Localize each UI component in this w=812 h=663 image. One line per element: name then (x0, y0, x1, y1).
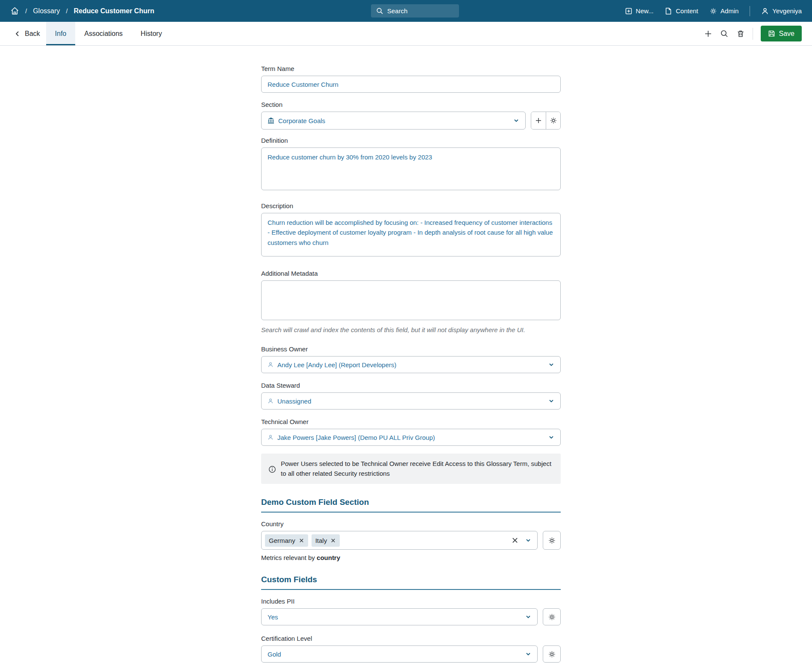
tab-history[interactable]: History (132, 22, 171, 45)
user-menu-label: Yevgeniya (772, 7, 802, 15)
page: / Glossary / Reduce Customer Churn Searc… (0, 0, 812, 663)
remove-chip-icon[interactable] (299, 538, 304, 543)
admin-menu-label: Admin (721, 7, 739, 15)
breadcrumb-separator: / (25, 7, 27, 15)
tab-associations[interactable]: Associations (75, 22, 132, 45)
person-icon (268, 434, 274, 440)
search-icon (376, 7, 383, 15)
technical-owner-label: Technical Owner (261, 418, 561, 425)
gear-icon (548, 536, 556, 545)
country-help-text: Metrics relevant by country (261, 554, 561, 561)
data-steward-dropdown[interactable]: Unassigned (261, 392, 561, 410)
country-label: Country (261, 520, 561, 527)
toolbar-divider (753, 28, 753, 40)
breadcrumb: / Glossary / Reduce Customer Churn (10, 6, 154, 15)
business-owner-dropdown[interactable]: Andy Lee [Andy Lee] (Report Developers) (261, 356, 561, 373)
tab-info[interactable]: Info (46, 22, 76, 45)
breadcrumb-glossary[interactable]: Glossary (33, 7, 60, 15)
home-icon[interactable] (10, 6, 19, 15)
breadcrumb-separator: / (66, 7, 68, 15)
clear-all-icon[interactable] (512, 537, 518, 544)
business-owner-value: Andy Lee [Andy Lee] (Report Developers) (277, 361, 397, 368)
save-label: Save (779, 30, 794, 38)
person-icon (268, 362, 274, 368)
content-menu-button[interactable]: Content (665, 7, 698, 15)
certification-level-label: Certification Level (261, 635, 561, 642)
chevron-left-icon (15, 31, 21, 37)
country-multiselect[interactable]: Germany Italy (261, 531, 538, 550)
includes-pii-value: Yes (268, 613, 278, 621)
additional-metadata-label: Additional Metadata (261, 270, 561, 277)
global-search-box[interactable]: Search (371, 4, 459, 18)
chip-label: Italy (315, 537, 327, 544)
admin-menu-button[interactable]: Admin (709, 7, 739, 15)
includes-pii-label: Includes PII (261, 598, 561, 605)
includes-pii-dropdown[interactable]: Yes (261, 608, 538, 625)
new-menu-button[interactable]: New... (625, 7, 654, 15)
navbar-actions: New... Content Admin Yevgeniya (625, 6, 802, 16)
certification-level-value: Gold (268, 651, 281, 658)
gear-icon (709, 7, 717, 15)
technical-owner-note: Power Users selected to be Technical Own… (261, 454, 561, 484)
term-form: Term Name Section Corporate Goals (261, 45, 561, 663)
gear-icon (548, 613, 556, 621)
global-search-label: Search (387, 7, 408, 15)
chevron-down-icon (513, 118, 519, 124)
technical-owner-value: Jake Powers [Jake Powers] (Demo PU ALL P… (277, 434, 435, 441)
description-label: Description (261, 202, 561, 209)
description-textarea[interactable] (261, 213, 561, 256)
user-menu-button[interactable]: Yevgeniya (761, 7, 802, 15)
technical-owner-dropdown[interactable]: Jake Powers [Jake Powers] (Demo PU ALL P… (261, 429, 561, 446)
country-help-bold: country (317, 554, 340, 561)
save-button[interactable]: Save (761, 26, 802, 41)
chevron-down-icon (525, 614, 531, 620)
certification-level-settings-button[interactable] (543, 645, 561, 663)
section-label: Section (261, 101, 561, 108)
includes-pii-settings-button[interactable] (543, 608, 561, 625)
add-section-button[interactable] (531, 112, 546, 129)
gear-icon (548, 650, 556, 658)
country-chip-germany: Germany (265, 534, 308, 547)
country-settings-button[interactable] (543, 531, 561, 550)
tab-info-label: Info (55, 30, 67, 38)
search-term-icon[interactable] (720, 29, 729, 38)
breadcrumb-current-term: Reduce Customer Churn (74, 7, 154, 15)
back-button[interactable]: Back (10, 22, 46, 45)
bank-icon (268, 117, 274, 124)
additional-metadata-textarea[interactable] (261, 280, 561, 320)
term-toolbar: Back Info Associations History (0, 22, 812, 46)
demo-custom-field-section-heading: Demo Custom Field Section (261, 498, 561, 513)
user-icon (761, 7, 769, 15)
top-navbar: / Glossary / Reduce Customer Churn Searc… (0, 0, 812, 22)
business-owner-label: Business Owner (261, 345, 561, 353)
gear-icon (550, 117, 557, 124)
certification-level-dropdown[interactable]: Gold (261, 645, 538, 663)
trash-icon[interactable] (736, 29, 745, 38)
chip-label: Germany (269, 537, 295, 544)
remove-chip-icon[interactable] (330, 538, 336, 543)
section-button-group (531, 112, 561, 130)
chevron-down-icon (548, 362, 554, 368)
custom-fields-section-heading: Custom Fields (261, 575, 561, 590)
tab-associations-label: Associations (84, 30, 123, 38)
data-steward-label: Data Steward (261, 382, 561, 389)
chevron-down-icon (525, 651, 531, 657)
section-settings-button[interactable] (546, 112, 560, 129)
back-label: Back (25, 30, 40, 38)
document-icon (665, 7, 672, 15)
chevron-down-icon[interactable] (525, 537, 531, 543)
new-plus-icon (625, 7, 633, 15)
additional-metadata-helper: Search will crawl and index the contents… (261, 326, 561, 333)
navbar-divider (750, 6, 750, 16)
technical-owner-note-text: Power Users selected to be Technical Own… (281, 459, 553, 478)
definition-label: Definition (261, 137, 561, 144)
data-steward-value: Unassigned (277, 398, 311, 405)
term-name-input[interactable] (261, 76, 561, 93)
add-icon[interactable] (704, 29, 712, 38)
info-icon (268, 460, 276, 478)
tab-history-label: History (141, 30, 162, 38)
definition-textarea[interactable] (261, 147, 561, 190)
person-icon (268, 398, 274, 404)
country-help-prefix: Metrics relevant by (261, 554, 317, 561)
section-dropdown[interactable]: Corporate Goals (261, 112, 526, 130)
